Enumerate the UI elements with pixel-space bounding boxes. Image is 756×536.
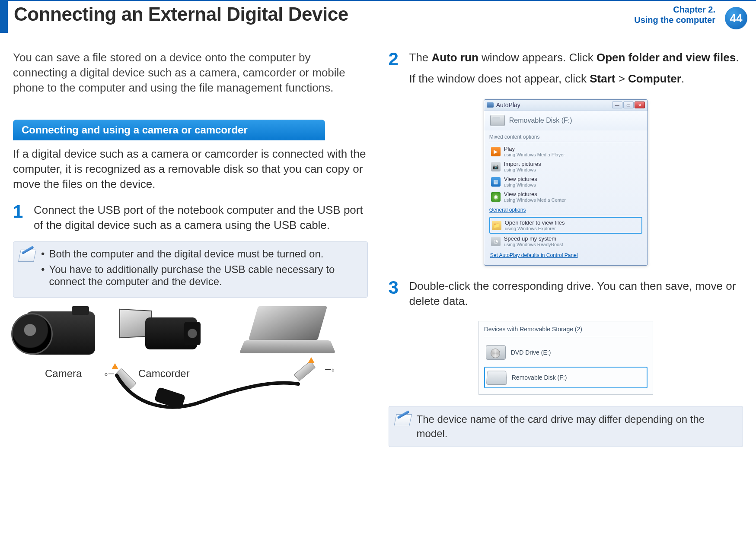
window-app-icon	[487, 102, 494, 108]
autoplay-option-view-windows[interactable]: ▦ View picturesusing Windows	[489, 174, 642, 189]
usb-symbol-icon: ─⬨	[325, 365, 335, 374]
note-item-2-text: You have to additionally purchase the US…	[49, 263, 359, 288]
intro-paragraph: You can save a file stored on a device o…	[13, 50, 368, 95]
removable-storage-panel: Devices with Removable Storage (2) DVD D…	[478, 321, 653, 395]
right-column: 2 The Auto run window appears. Click Ope…	[389, 50, 743, 447]
autoplay-option-open-folder[interactable]: 📁 Open folder to view filesusing Windows…	[489, 217, 642, 234]
note-list: • Both the computer and the digital devi…	[41, 248, 360, 291]
chapter-line-2: Using the computer	[634, 15, 715, 25]
autoplay-option-readyboost[interactable]: ◔ Speed up my systemusing Windows ReadyB…	[489, 234, 642, 249]
step-2: 2 The Auto run window appears. Click Ope…	[389, 50, 743, 86]
camcorder-icon	[119, 310, 197, 355]
close-button[interactable]: ✕	[635, 101, 645, 108]
text-fragment: The	[409, 51, 432, 64]
page-number-badge: 44	[725, 7, 747, 29]
left-column: You can save a file stored on a device o…	[13, 50, 368, 447]
text-fragment: .	[736, 51, 739, 64]
storage-heading: Devices with Removable Storage (2)	[484, 326, 648, 333]
note-item-1: • Both the computer and the digital devi…	[41, 248, 360, 260]
autoplay-option-subtitle: using Windows Media Player	[504, 152, 565, 157]
autoplay-option-subtitle: using Windows ReadyBoost	[504, 242, 563, 247]
bold-open-folder: Open folder and view files	[597, 51, 736, 64]
step-number-3: 3	[389, 279, 402, 309]
autoplay-option-subtitle: using Windows	[504, 167, 541, 172]
text-fragment: window appears. Click	[478, 51, 597, 64]
note-box-1: • Both the computer and the digital devi…	[13, 241, 368, 298]
step-1-text: Connect the USB port of the notebook com…	[34, 203, 368, 233]
removable-disk-icon	[490, 115, 505, 126]
autoplay-option-title: View pictures	[504, 176, 537, 182]
media-center-icon: ◉	[491, 192, 501, 202]
text-fragment: >	[615, 72, 628, 85]
laptop-icon	[242, 306, 333, 362]
autoplay-option-title: Open folder to view files	[505, 219, 565, 226]
autoplay-option-title: Play	[504, 146, 565, 152]
section-body: If a digital device such as a camera or …	[13, 146, 368, 192]
autoplay-section-general: General options	[489, 204, 642, 214]
dvd-drive-label: DVD Drive (E:)	[511, 349, 551, 356]
camera-icon	[26, 311, 95, 355]
minimize-button[interactable]: —	[612, 101, 622, 108]
window-title: AutoPlay	[496, 101, 520, 108]
autoplay-drive-label: Removable Disk (F:)	[509, 117, 572, 124]
usb-cable-icon	[108, 371, 307, 419]
window-controls: — ▭ ✕	[612, 101, 645, 108]
bold-computer: Computer	[628, 72, 681, 85]
autoplay-option-title: Speed up my system	[504, 235, 563, 242]
page-title: Connecting an External Digital Device	[14, 3, 348, 25]
autoplay-window: AutoPlay — ▭ ✕ Removable Disk (F:) Mixed…	[484, 99, 648, 266]
window-titlebar: AutoPlay — ▭ ✕	[484, 100, 648, 111]
autoplay-option-subtitle: using Windows Media Center	[504, 197, 566, 203]
note-item-1-text: Both the computer and the digital device…	[49, 248, 323, 260]
arrow-up-icon	[308, 357, 315, 363]
drive-row-removable[interactable]: Removable Disk (F:)	[484, 367, 648, 388]
note-box-2: The device name of the card drive may di…	[389, 406, 743, 447]
autoplay-option-import[interactable]: 📷 Import picturesusing Windows	[489, 159, 642, 174]
step-1: 1 Connect the USB port of the notebook c…	[13, 203, 368, 233]
import-icon: 📷	[491, 162, 501, 171]
dvd-drive-icon	[486, 345, 506, 360]
note-item-2: • You have to additionally purchase the …	[41, 263, 360, 288]
gallery-icon: ▦	[491, 177, 501, 187]
text-fragment: .	[681, 72, 684, 85]
step-number-2: 2	[389, 50, 402, 86]
autoplay-header: Removable Disk (F:)	[484, 111, 648, 130]
text-fragment: If the window does not appear, click	[409, 72, 590, 85]
step-number-1: 1	[13, 203, 26, 233]
note-2-text: The device name of the card drive may di…	[417, 412, 735, 441]
autoplay-section-mixed: Mixed content options	[489, 131, 642, 141]
camera-label: Camera	[45, 368, 82, 380]
maximize-button[interactable]: ▭	[623, 101, 634, 108]
autoplay-defaults-link[interactable]: Set AutoPlay defaults in Control Panel	[489, 249, 642, 263]
bold-autorun: Auto run	[432, 51, 478, 64]
connection-illustration: Camera Camcorder ⬨─ ─⬨	[13, 306, 346, 423]
step-3-text: Double-click the corresponding drive. Yo…	[409, 279, 743, 309]
removable-disk-icon	[486, 371, 507, 385]
bullet-icon: •	[41, 248, 45, 260]
header-accent-tab	[0, 1, 8, 33]
autoplay-option-view-mediacenter[interactable]: ◉ View picturesusing Windows Media Cente…	[489, 189, 642, 204]
arrow-up-icon	[112, 363, 118, 369]
autoplay-option-subtitle: using Windows Explorer	[505, 226, 565, 231]
chapter-label: Chapter 2. Using the computer	[634, 4, 715, 25]
step-3: 3 Double-click the corresponding drive. …	[389, 279, 743, 309]
drive-row-dvd[interactable]: DVD Drive (E:)	[484, 343, 648, 362]
step-2-text: The Auto run window appears. Click Open …	[409, 50, 739, 86]
autoplay-option-play[interactable]: ▶ Playusing Windows Media Player	[489, 144, 642, 159]
speedometer-icon: ◔	[491, 237, 501, 246]
autoplay-option-subtitle: using Windows	[504, 182, 537, 187]
page-content: You can save a file stored on a device o…	[0, 33, 756, 460]
bold-start: Start	[590, 72, 615, 85]
page-header: Connecting an External Digital Device Ch…	[0, 0, 756, 33]
bullet-icon: •	[41, 263, 45, 288]
section-heading: Connecting and using a camera or camcord…	[13, 120, 325, 140]
note-icon	[395, 414, 411, 426]
folder-icon: 📁	[492, 221, 501, 230]
removable-disk-label: Removable Disk (F:)	[512, 374, 567, 381]
note-icon	[19, 250, 35, 262]
chapter-line-1: Chapter 2.	[634, 4, 715, 15]
autoplay-option-title: View pictures	[504, 191, 566, 197]
play-icon: ▶	[491, 147, 501, 156]
autoplay-option-title: Import pictures	[504, 161, 541, 167]
